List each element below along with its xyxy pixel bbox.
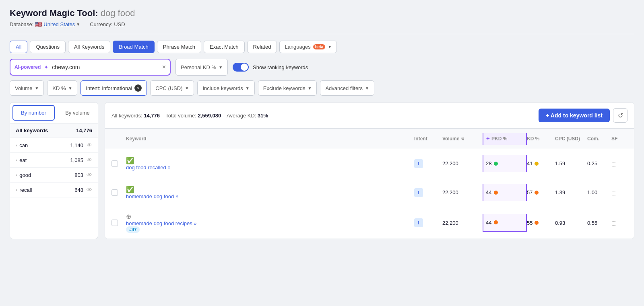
keyword-link[interactable]: homemade dog food recipes »: [126, 220, 414, 226]
row-volume: 22,200: [442, 160, 483, 166]
row-sf[interactable]: ⬚: [611, 160, 627, 167]
row-volume: 22,200: [442, 220, 483, 226]
add-to-keyword-list-button[interactable]: + Add to keyword list: [539, 109, 610, 122]
chevron-down-icon: ▼: [185, 86, 189, 90]
kd-filter[interactable]: KD % ▼: [47, 80, 77, 96]
kd-dot: [535, 162, 539, 166]
pkd-dot-green: [494, 162, 498, 166]
row-keyword: ⊕ homemade dog food recipes » #47: [126, 213, 414, 233]
table-row: ✅ homemade dog food » I 22,200 44: [105, 178, 634, 207]
row-checkbox[interactable]: [111, 160, 126, 167]
show-ranking-toggle[interactable]: [233, 63, 249, 72]
keyword-table: All keywords: 14,776 Total volume: 2,559…: [105, 102, 634, 239]
filter-row: Volume ▼ KD % ▼ Intent: Informational × …: [10, 80, 634, 96]
volume-filter[interactable]: Volume ▼: [10, 80, 44, 96]
col-volume-header[interactable]: Volume ⇅: [442, 136, 483, 142]
col-intent-header: Intent: [414, 136, 442, 142]
check-circle-icon: ✅: [126, 186, 134, 193]
intent-filter-close[interactable]: ×: [134, 84, 142, 92]
row-checkbox[interactable]: [111, 189, 126, 196]
keyword-link[interactable]: dog food recalled »: [126, 164, 414, 170]
tab-all[interactable]: All: [10, 41, 27, 53]
expand-icon: ›: [16, 143, 17, 148]
database-row: Database: 🇺🇸 United States ▼ Currency: U…: [10, 21, 634, 27]
eye-icon[interactable]: 👁: [87, 172, 92, 178]
eye-icon[interactable]: 👁: [87, 187, 92, 193]
sidebar-item-can[interactable]: › can 1,140 👁: [10, 138, 98, 153]
pkd-dot-orange: [494, 220, 498, 224]
keyword-link[interactable]: homemade dog food »: [126, 193, 414, 199]
row-keyword: ✅ dog food recalled »: [126, 157, 414, 170]
page-title: Keyword Magic Tool: dog food: [10, 8, 634, 18]
chevron-down-icon: ▼: [365, 86, 369, 90]
chevron-down-icon: ▼: [76, 22, 80, 27]
chevron-down-icon: ▼: [308, 86, 312, 90]
database-link[interactable]: United States ▼: [43, 21, 80, 27]
tab-questions[interactable]: Questions: [30, 41, 66, 53]
table-row: ✅ dog food recalled » I 22,200 28: [105, 149, 634, 178]
row-sf[interactable]: ⬚: [611, 189, 627, 196]
show-ranking-toggle-row: Show ranking keywords: [233, 63, 308, 72]
flag-icon: 🇺🇸: [35, 21, 42, 27]
ai-input-wrapper: AI-powered ✦ ×: [10, 59, 171, 76]
row-com: 1.00: [587, 189, 611, 195]
tab-phrase-match[interactable]: Phrase Match: [157, 41, 201, 53]
col-cpc-header: CPC (USD): [555, 136, 587, 142]
col-com-header: Com.: [587, 136, 611, 142]
cpc-filter[interactable]: CPC (USD) ▼: [150, 80, 194, 96]
row-intent: I: [414, 188, 442, 197]
sparkle-icon: ✦: [44, 64, 49, 70]
tab-languages[interactable]: Languages beta ▼: [279, 41, 337, 53]
exclude-keywords-filter[interactable]: Exclude keywords ▼: [258, 80, 317, 96]
serp-features-icon[interactable]: ⬚: [611, 189, 617, 196]
tab-related[interactable]: Related: [247, 41, 277, 53]
sidebar-tab-by-volume[interactable]: By volume: [57, 103, 98, 123]
include-keywords-filter[interactable]: Include keywords ▼: [197, 80, 254, 96]
serp-features-icon[interactable]: ⬚: [611, 160, 617, 167]
sidebar-tab-by-number[interactable]: By number: [12, 105, 55, 121]
expand-icon: ›: [16, 173, 17, 177]
beta-badge: beta: [313, 44, 326, 49]
sidebar-item-eat[interactable]: › eat 1,085 👁: [10, 153, 98, 168]
row-pkd: 44: [483, 184, 527, 201]
sidebar-item-recall[interactable]: › recall 648 👁: [10, 183, 98, 197]
serp-features-icon[interactable]: ⬚: [611, 220, 617, 226]
tab-all-keywords[interactable]: All Keywords: [68, 41, 110, 53]
row-cpc: 1.39: [555, 189, 587, 195]
chevron-down-icon: ▼: [68, 86, 72, 90]
chevron-down-icon: ▼: [35, 86, 39, 90]
tab-exact-match[interactable]: Exact Match: [204, 41, 245, 53]
row-checkbox[interactable]: [111, 220, 126, 226]
row-keyword: ✅ homemade dog food »: [126, 186, 414, 199]
chevron-down-icon: ▼: [246, 86, 250, 90]
kd-dot: [535, 191, 539, 195]
row-pkd: 44: [483, 214, 527, 232]
row-cpc: 0.93: [555, 220, 587, 226]
row-intent: I: [414, 218, 442, 227]
intent-badge: I: [414, 159, 423, 168]
row-com: 0.55: [587, 220, 611, 226]
row-sf[interactable]: ⬚: [611, 220, 627, 226]
kd-percent-select[interactable]: Personal KD % ▼: [175, 59, 228, 76]
eye-icon[interactable]: 👁: [87, 142, 92, 148]
col-pkd-header: ✦ PKD %: [483, 133, 527, 145]
sidebar-item-good[interactable]: › good 803 👁: [10, 168, 98, 183]
clear-icon[interactable]: ×: [162, 64, 166, 71]
tabs-row: All Questions All Keywords Broad Match P…: [10, 41, 634, 53]
col-sf-header: SF: [611, 136, 627, 142]
check-circle-icon: ✅: [126, 157, 134, 164]
keyword-sidebar: By number By volume All keywords 14,776 …: [10, 102, 98, 239]
arrows-icon: »: [175, 193, 178, 199]
refresh-button[interactable]: ↺: [613, 108, 627, 123]
table-stats-row: All keywords: 14,776 Total volume: 2,559…: [105, 103, 634, 129]
row-kd: 41: [527, 160, 555, 166]
row-pkd: 28: [483, 155, 527, 172]
rank-badge: #47: [126, 226, 140, 233]
ai-domain-input[interactable]: [52, 64, 159, 70]
expand-icon: ›: [16, 158, 17, 162]
eye-icon[interactable]: 👁: [87, 157, 92, 163]
intent-filter[interactable]: Intent: Informational ×: [80, 80, 147, 96]
tab-broad-match[interactable]: Broad Match: [113, 41, 155, 53]
advanced-filters[interactable]: Advanced filters ▼: [320, 80, 374, 96]
check-circle-plus-icon: ⊕: [126, 213, 131, 220]
